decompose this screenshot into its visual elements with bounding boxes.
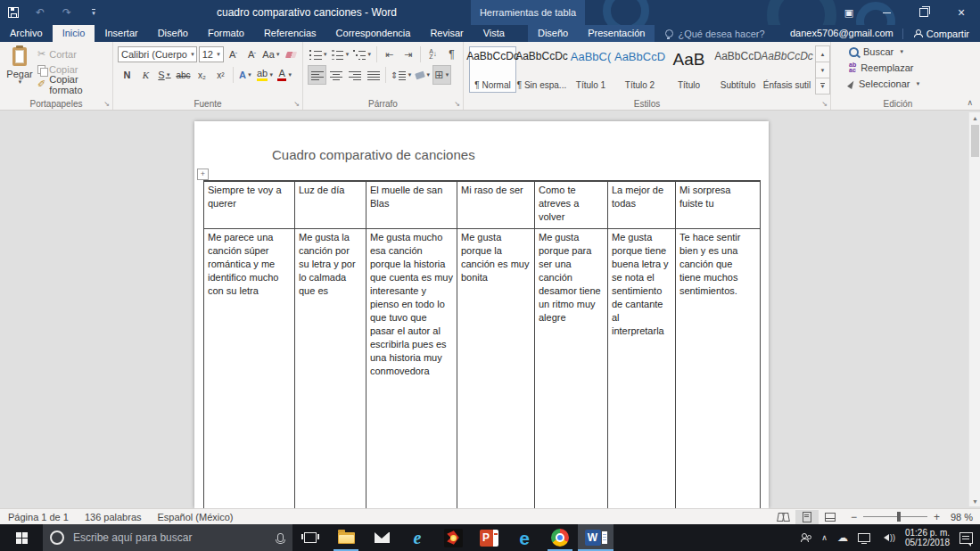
table-cell[interactable]: Te hace sentir bien y es una canción que… bbox=[676, 229, 761, 509]
start-button[interactable] bbox=[0, 524, 43, 551]
replace-button[interactable]: abac Reemplazar bbox=[833, 60, 963, 76]
tab-inicio[interactable]: Inicio bbox=[53, 25, 95, 42]
scrollbar-thumb[interactable] bbox=[971, 125, 979, 157]
page-count[interactable]: Página 1 de 1 bbox=[8, 512, 69, 522]
zoom-slider[interactable] bbox=[863, 516, 927, 517]
zoom-out-button[interactable]: − bbox=[851, 511, 857, 523]
style-sin-espaciado[interactable]: AaBbCcDc ¶ Sin espa... bbox=[518, 46, 565, 93]
table-header-cell[interactable]: El muelle de san Blas bbox=[366, 181, 457, 229]
search-input[interactable] bbox=[71, 530, 270, 545]
tab-table-diseno[interactable]: Diseño bbox=[528, 25, 578, 42]
increase-indent-button[interactable]: ⇥ bbox=[399, 45, 417, 64]
language-status[interactable]: Español (México) bbox=[158, 512, 234, 522]
styles-scroll-down-button[interactable]: ▼ bbox=[815, 62, 830, 78]
align-right-button[interactable] bbox=[345, 65, 364, 85]
tab-formato[interactable]: Formato bbox=[198, 25, 254, 42]
collapse-ribbon-button[interactable]: ∧ bbox=[967, 98, 973, 107]
change-case-button[interactable]: Aa▼ bbox=[261, 45, 282, 64]
tab-archivo[interactable]: Archivo bbox=[0, 25, 53, 42]
shrink-font-button[interactable]: A bbox=[243, 45, 261, 64]
style-enfasis-sutil[interactable]: AaBbCcDc Énfasis sutil bbox=[763, 46, 811, 93]
dialog-launcher-icon[interactable]: ↘ bbox=[821, 101, 828, 108]
style-titulo-2[interactable]: AaBbCcD Título 2 bbox=[616, 46, 663, 93]
style-titulo[interactable]: AaB Título bbox=[665, 46, 712, 93]
style-titulo-1[interactable]: AaBbC( Título 1 bbox=[567, 46, 614, 93]
line-spacing-button[interactable]: ⇕▼ bbox=[389, 65, 414, 85]
minimize-button[interactable] bbox=[868, 0, 905, 25]
redo-button[interactable]: ↷ bbox=[54, 0, 80, 25]
tab-vista[interactable]: Vista bbox=[474, 25, 515, 42]
dialog-launcher-icon[interactable]: ↘ bbox=[293, 101, 300, 108]
zoom-in-button[interactable]: + bbox=[934, 511, 940, 523]
network-button[interactable] bbox=[858, 533, 870, 542]
bold-button[interactable]: N bbox=[118, 65, 136, 85]
restore-button[interactable] bbox=[905, 0, 943, 25]
ribbon-display-options-button[interactable]: ▣ bbox=[830, 0, 868, 25]
table-cell[interactable]: Me parece una canción súper romántica y … bbox=[204, 229, 295, 509]
tab-insertar[interactable]: Insertar bbox=[95, 25, 147, 42]
grow-font-button[interactable]: A bbox=[224, 45, 243, 64]
hidden-icons-button[interactable]: ∧ bbox=[821, 533, 828, 542]
strikethrough-button[interactable]: abc bbox=[174, 65, 193, 85]
table-header-cell[interactable]: Luz de día bbox=[295, 181, 366, 229]
underline-button[interactable]: S▼ bbox=[155, 65, 174, 85]
decrease-indent-button[interactable]: ⇤ bbox=[380, 45, 399, 64]
tab-correspondencia[interactable]: Correspondencia bbox=[326, 25, 421, 42]
table-cell[interactable]: Me gusta la canción por su letra y por l… bbox=[295, 229, 366, 509]
table-header-cell[interactable]: Siempre te voy a querer bbox=[204, 181, 295, 229]
style-normal[interactable]: AaBbCcDc ¶ Normal bbox=[469, 46, 516, 93]
align-left-button[interactable] bbox=[308, 65, 326, 85]
customize-quick-access-button[interactable]: ▾ bbox=[80, 0, 107, 25]
scroll-up-arrow[interactable]: ▲ bbox=[969, 112, 980, 123]
dialog-launcher-icon[interactable]: ↘ bbox=[454, 101, 460, 108]
tab-revisar[interactable]: Revisar bbox=[420, 25, 473, 42]
vertical-scrollbar[interactable]: ▲ ▼ bbox=[968, 112, 980, 506]
clear-formatting-button[interactable] bbox=[282, 45, 301, 64]
taskbar-powerpoint[interactable]: P bbox=[471, 524, 506, 551]
styles-more-button[interactable]: ▼ bbox=[815, 78, 830, 95]
table-cell[interactable]: Me gusta porque la canción es muy bonita bbox=[457, 229, 535, 509]
cut-button[interactable]: ✂ Cortar bbox=[37, 46, 111, 62]
taskbar-file-explorer[interactable] bbox=[328, 524, 364, 551]
multilevel-list-button[interactable]: ▼ bbox=[351, 45, 374, 64]
taskbar-word[interactable]: W bbox=[578, 524, 614, 551]
numbering-button[interactable]: ▼ bbox=[330, 45, 352, 64]
web-layout-button[interactable] bbox=[819, 510, 842, 524]
text-effects-button[interactable]: A▼ bbox=[236, 65, 255, 85]
onedrive-icon[interactable]: ☁ bbox=[837, 532, 848, 543]
style-subtitulo[interactable]: AaBbCcD Subtítulo bbox=[714, 46, 762, 93]
account-email[interactable]: danex5706@gmail.com bbox=[781, 25, 902, 42]
print-layout-button[interactable] bbox=[795, 510, 819, 524]
align-center-button[interactable] bbox=[326, 65, 345, 85]
taskbar-chrome[interactable] bbox=[542, 524, 578, 551]
tab-referencias[interactable]: Referencias bbox=[254, 25, 326, 42]
text-highlight-button[interactable]: ab▼ bbox=[255, 65, 276, 85]
table-header-cell[interactable]: Mi raso de ser bbox=[457, 181, 535, 229]
bullets-button[interactable]: ▼ bbox=[308, 45, 330, 64]
tab-table-presentacion[interactable]: Presentación bbox=[578, 25, 655, 42]
close-button[interactable]: × bbox=[943, 0, 980, 25]
justify-button[interactable] bbox=[364, 65, 383, 85]
table-cell[interactable]: Me gusta mucho esa canción porque la his… bbox=[366, 229, 457, 509]
zoom-level[interactable]: 98 % bbox=[946, 512, 973, 522]
table-cell[interactable]: Me gusta porque para ser una canción des… bbox=[535, 229, 608, 509]
table-move-handle[interactable]: + bbox=[197, 169, 209, 180]
format-painter-button[interactable]: ✐ Copiar formato bbox=[37, 77, 111, 92]
scroll-down-arrow[interactable]: ▼ bbox=[969, 496, 980, 506]
borders-button[interactable]: ⊞▼ bbox=[432, 65, 451, 85]
shading-button[interactable]: ▼ bbox=[414, 65, 432, 85]
styles-scroll-up-button[interactable]: ▲ bbox=[815, 45, 830, 62]
show-paragraph-marks-button[interactable]: ¶ bbox=[442, 45, 461, 64]
taskbar-edge[interactable]: e bbox=[506, 524, 542, 551]
taskbar-mail[interactable] bbox=[364, 524, 399, 551]
taskbar-search[interactable] bbox=[43, 524, 292, 551]
paste-button[interactable]: Pegar ▼ bbox=[2, 44, 37, 99]
font-family-combobox[interactable]: Calibri (Cuerpo ▼ bbox=[118, 46, 197, 62]
save-button[interactable] bbox=[0, 0, 27, 25]
table-header-cell[interactable]: Como te atreves a volver bbox=[535, 181, 608, 229]
read-mode-button[interactable] bbox=[772, 510, 795, 524]
zoom-slider-thumb[interactable] bbox=[897, 512, 901, 522]
taskbar-lightbulb-app[interactable] bbox=[435, 524, 471, 551]
people-button[interactable] bbox=[801, 533, 811, 542]
table-header-cell[interactable]: La mejor de todas bbox=[608, 181, 676, 229]
